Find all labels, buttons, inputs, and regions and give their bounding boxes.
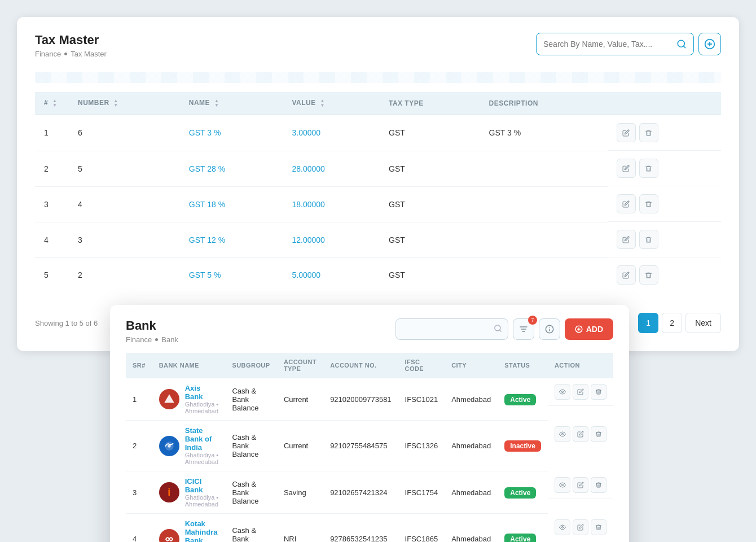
bank-cell-account-type: Current [277, 378, 323, 421]
page-1-button[interactable]: 1 [638, 313, 658, 333]
col-name[interactable]: NAME ▲▼ [180, 92, 283, 115]
svg-line-6 [499, 330, 501, 331]
bank-sub-text: Ghatlodiya • Ahmedabad [185, 401, 219, 414]
bank-delete-button[interactable] [591, 426, 606, 442]
next-button[interactable]: Next [685, 313, 721, 333]
bank-cell-ifsc: IFSC1865 [398, 514, 445, 543]
edit-button[interactable] [617, 194, 636, 213]
filter-badge: 7 [528, 316, 537, 325]
bank-edit-button[interactable] [573, 477, 588, 493]
bank-cell-status: Active [498, 378, 548, 421]
bank-search-wrap: 7 ADD [395, 318, 613, 340]
delete-button[interactable] [639, 159, 658, 178]
svg-point-19 [168, 444, 171, 448]
cell-taxtype: GST [380, 186, 480, 222]
cell-name: GST 12 % [180, 222, 283, 257]
col-index: # ▲▼ [35, 92, 69, 115]
cell-actions [608, 115, 721, 151]
bank-cell-action [548, 471, 613, 499]
status-badge: Inactive [504, 440, 541, 452]
sort-icon-name: ▲▼ [214, 99, 219, 108]
table-row: 3 4 GST 18 % 18.00000 GST [35, 186, 721, 222]
bank-cell-status: Active [498, 514, 548, 543]
delete-button[interactable] [639, 265, 658, 285]
bank-cell-subgroup: Cash & Bank Balance [225, 514, 276, 543]
bank-name-info: Kotak Mahindra Bank Ghatlodiya • Ahmedab… [185, 519, 219, 542]
cell-index: 1 [35, 115, 69, 151]
bank-breadcrumb-separator [155, 338, 158, 341]
bank-cell-city: Ahmedabad [445, 378, 498, 421]
bank-search-input[interactable] [402, 325, 494, 334]
page-2-button[interactable]: 2 [662, 313, 682, 333]
bank-delete-button[interactable] [591, 384, 606, 400]
bank-col-account-no: ACCOUNT NO. [323, 353, 398, 378]
bank-cell-action [548, 514, 613, 541]
bank-col-subgroup: SUBGROUP [225, 353, 276, 378]
col-description: DESCRIPTION [480, 92, 608, 115]
bank-table-row: 4 Kotak Mahindra Bank Ghatlodiya • Ahmed… [126, 514, 613, 543]
table-row: 2 5 GST 28 % 28.00000 GST [35, 151, 721, 186]
add-circle-button[interactable] [698, 33, 721, 55]
bank-table-header-row: SR# BANK NAME SUBGROUP ACCOUNT TYPE ACCO… [126, 353, 613, 378]
svg-point-17 [561, 391, 563, 393]
bank-cell-account-no: 92102657421324 [323, 471, 398, 514]
bank-delete-button[interactable] [591, 519, 606, 535]
breadcrumb-separator [64, 53, 67, 55]
cell-index: 2 [35, 151, 69, 186]
delete-button[interactable] [639, 194, 658, 213]
filter-button[interactable]: 7 [513, 318, 534, 340]
info-button[interactable] [539, 318, 560, 340]
edit-button[interactable] [617, 265, 636, 285]
bank-delete-button[interactable] [591, 477, 606, 493]
table-row: 5 2 GST 5 % 5.00000 GST [35, 257, 721, 292]
bank-edit-button[interactable] [573, 384, 588, 400]
status-badge: Active [504, 534, 536, 542]
delete-button[interactable] [639, 123, 658, 142]
bank-sub-text: Ghatlodiya • Ahmedabad [185, 452, 219, 465]
bank-cell-ifsc: IFSC1021 [398, 378, 445, 421]
bank-card-header: Bank Finance Bank 7 [126, 318, 613, 344]
edit-button[interactable] [617, 230, 636, 249]
view-button[interactable] [555, 519, 570, 535]
cell-index: 4 [35, 222, 69, 257]
bank-search-icon [494, 324, 502, 335]
bank-cell-index: 3 [126, 471, 152, 514]
bank-col-status: STATUS [498, 353, 548, 378]
view-button[interactable] [555, 384, 570, 400]
table-row: 4 3 GST 12 % 12.00000 GST [35, 222, 721, 257]
cell-number: 4 [69, 186, 180, 222]
breadcrumb-finance: Finance [35, 50, 61, 58]
table-header-row: # ▲▼ NUMBER ▲▼ NAME ▲▼ VALUE ▲▼ TAX TYPE… [35, 92, 721, 115]
bank-logo-icici: i [159, 482, 179, 502]
edit-button[interactable] [617, 159, 636, 178]
sort-icon-number: ▲▼ [113, 99, 118, 108]
tax-master-card: Tax Master Finance Tax Master [17, 17, 739, 351]
cell-taxtype: GST [380, 222, 480, 257]
bank-cell-ifsc: IFSC1326 [398, 421, 445, 471]
card-header: Tax Master Finance Tax Master [35, 33, 721, 58]
edit-button[interactable] [617, 123, 636, 142]
delete-button[interactable] [639, 230, 658, 249]
cell-taxtype: GST [380, 151, 480, 186]
bank-cell-name: State Bank of India Ghatlodiya • Ahmedab… [152, 421, 226, 471]
view-button[interactable] [555, 426, 570, 442]
bank-edit-button[interactable] [573, 519, 588, 535]
bank-name-text: ICICI Bank [185, 477, 219, 494]
svg-point-22 [561, 526, 563, 528]
tax-table: # ▲▼ NUMBER ▲▼ NAME ▲▼ VALUE ▲▼ TAX TYPE… [35, 92, 721, 292]
svg-line-1 [683, 46, 685, 47]
bank-breadcrumb-bank: Bank [161, 335, 178, 344]
bank-cell-name: i ICICI Bank Ghatlodiya • Ahmedabad [152, 471, 226, 514]
bank-cell-subgroup: Cash & Bank Balance [225, 471, 276, 514]
bank-edit-button[interactable] [573, 426, 588, 442]
sort-icon: ▲▼ [52, 99, 57, 108]
view-button[interactable] [555, 477, 570, 493]
col-value[interactable]: VALUE ▲▼ [283, 92, 380, 115]
cell-name: GST 18 % [180, 186, 283, 222]
bank-add-button[interactable]: ADD [565, 318, 613, 340]
search-input[interactable] [543, 40, 676, 49]
search-icon-button[interactable] [676, 39, 687, 49]
col-number[interactable]: NUMBER ▲▼ [69, 92, 180, 115]
cell-number: 2 [69, 257, 180, 292]
bank-cell-subgroup: Cash & Bank Balance [225, 421, 276, 471]
